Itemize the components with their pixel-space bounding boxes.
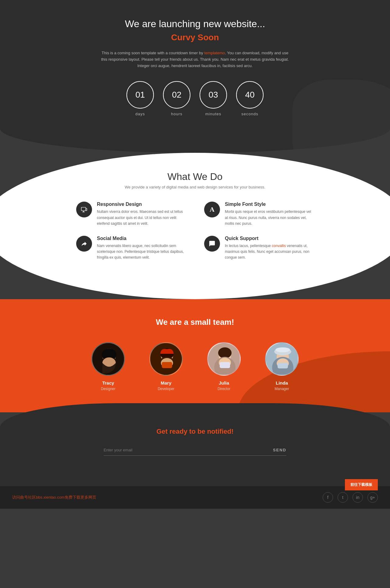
avatar-tracy <box>91 342 125 376</box>
services-oval: What We Do We provide a variety of digit… <box>0 153 390 299</box>
countdown-hours-circle: 02 <box>163 81 190 109</box>
download-template-button[interactable]: 前往下载模板 <box>345 479 378 490</box>
countdown-minutes: 03 minutes <box>200 81 227 116</box>
hero-description: This is a coming soon template with a co… <box>101 50 289 69</box>
countdown-hours: 02 hours <box>163 81 190 116</box>
hero-section: We are launching new website... Curvy So… <box>0 0 390 153</box>
footer-watermark: 访问曲号社区bbs.xienlao.com免费下载更多网页 <box>12 495 96 500</box>
countdown-hours-label: hours <box>171 112 183 116</box>
hero-title: We are launching new website... <box>6 18 384 30</box>
footer: 访问曲号社区bbs.xienlao.com免费下载更多网页 f t in g+ … <box>0 486 390 509</box>
avatar-mary <box>149 342 183 376</box>
service-responsive-design: Responsive Design Nullam viverra dolor e… <box>76 202 186 227</box>
templatemo-link[interactable]: templatemo <box>204 51 225 55</box>
responsive-design-icon <box>76 202 92 217</box>
services-subtitle: We provide a variety of digital media an… <box>125 185 265 189</box>
team-name-linda: Linda <box>276 380 288 385</box>
googleplus-icon[interactable]: g+ <box>367 492 378 503</box>
svg-rect-3 <box>86 209 87 211</box>
team-name-mary: Mary <box>161 380 171 385</box>
team-member-mary: Mary Developer <box>149 342 183 391</box>
countdown-days-circle: 01 <box>126 81 154 109</box>
service-social-media: Social Media Nam venenatis libero augue,… <box>76 236 186 261</box>
countdown-minutes-label: minutes <box>205 112 222 116</box>
quick-support-icon <box>204 236 220 252</box>
team-role-julia: Director <box>218 387 230 391</box>
svg-rect-0 <box>81 207 86 211</box>
team-role-mary: Developer <box>158 387 175 391</box>
font-style-text: Simple Font Style Morbi quis neque et er… <box>225 202 314 227</box>
svg-rect-2 <box>83 212 85 212</box>
team-member-tracy: Tracy Designer <box>91 342 125 391</box>
services-title: What We Do <box>168 171 223 182</box>
team-member-julia: Julia Director <box>207 342 241 391</box>
convallis-link[interactable]: convallis <box>272 244 286 248</box>
newsletter-email-input[interactable] <box>104 445 267 455</box>
service-font-style: A Simple Font Style Morbi quis neque et … <box>204 202 314 227</box>
quick-support-text: Quick Support In lectus lacus, pellentes… <box>225 236 314 261</box>
social-media-icon <box>76 236 92 252</box>
team-section: We are a small team! Tracy Designer <box>0 299 390 412</box>
countdown-seconds-circle: 40 <box>236 81 264 109</box>
linkedin-icon[interactable]: in <box>353 492 363 503</box>
team-name-julia: Julia <box>219 380 229 385</box>
twitter-icon[interactable]: t <box>338 492 348 503</box>
responsive-design-text: Responsive Design Nullam viverra dolor e… <box>97 202 186 227</box>
svg-point-17 <box>218 347 232 358</box>
hero-content: We are launching new website... Curvy So… <box>6 18 384 116</box>
service-quick-support: Quick Support In lectus lacus, pellentes… <box>204 236 314 261</box>
svg-rect-1 <box>83 211 84 212</box>
services-grid: Responsive Design Nullam viverra dolor e… <box>76 202 314 260</box>
team-name-tracy: Tracy <box>102 380 114 385</box>
social-icons: f t in g+ <box>323 492 378 503</box>
team-grid: Tracy Designer Mary Developer <box>12 342 378 391</box>
svg-rect-27 <box>278 363 288 368</box>
facebook-icon[interactable]: f <box>323 492 333 503</box>
team-title: We are a small team! <box>12 317 378 327</box>
countdown-seconds-label: seconds <box>241 112 258 116</box>
avatar-linda <box>265 342 299 376</box>
social-media-text: Social Media Nam venenatis libero augue,… <box>97 236 186 261</box>
team-role-linda: Manager <box>275 387 289 391</box>
svg-point-24 <box>275 347 290 352</box>
countdown-days-label: days <box>135 112 145 116</box>
svg-rect-14 <box>162 362 172 368</box>
countdown-minutes-circle: 03 <box>200 81 227 109</box>
countdown-seconds: 40 seconds <box>236 81 264 116</box>
avatar-julia <box>207 342 241 376</box>
newsletter-form: SEND <box>104 445 286 456</box>
newsletter-title: Get ready to be notified! <box>12 428 378 436</box>
team-member-linda: Linda Manager <box>265 342 299 391</box>
team-role-tracy: Designer <box>101 387 115 391</box>
countdown: 01 days 02 hours 03 minutes 40 seconds <box>6 81 384 116</box>
services-section: What We Do We provide a variety of digit… <box>0 153 390 299</box>
hero-subtitle: Curvy Soon <box>6 33 384 42</box>
countdown-days: 01 days <box>126 81 154 116</box>
svg-rect-20 <box>220 362 230 368</box>
newsletter-send-button[interactable]: SEND <box>267 445 286 455</box>
newsletter-section: Get ready to be notified! SEND <box>0 403 390 486</box>
font-style-icon: A <box>204 202 220 217</box>
